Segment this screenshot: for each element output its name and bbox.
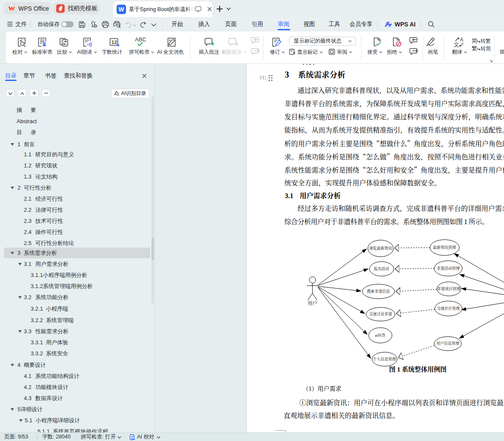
svg-text:文: 文 <box>454 42 459 48</box>
svg-text:A: A <box>460 37 464 43</box>
svg-text:搜索非遗信息: 搜索非遗信息 <box>367 289 390 294</box>
svg-text:最新资讯管理: 最新资讯管理 <box>433 245 456 250</box>
svg-text:交流社区管理: 交流社区管理 <box>437 306 460 311</box>
svg-text:ABC: ABC <box>135 36 146 43</box>
svg-text:非遗项目管理: 非遗项目管理 <box>437 286 460 291</box>
svg-text:个人信息管理: 个人信息管理 <box>373 357 396 361</box>
svg-text:报名活动: 报名活动 <box>374 266 389 271</box>
svg-text:非遗活动管理: 非遗活动管理 <box>437 266 460 271</box>
svg-text:12: 12 <box>112 40 117 45</box>
svg-text:交流讨论非遗: 交流讨论非遗 <box>369 311 392 316</box>
svg-text:用户: 用户 <box>308 300 317 306</box>
svg-text:浏览最新资讯: 浏览最新资讯 <box>369 246 392 251</box>
svg-text:ai问答: ai问答 <box>375 333 386 337</box>
svg-text:用户信息管理: 用户信息管理 <box>436 341 459 346</box>
